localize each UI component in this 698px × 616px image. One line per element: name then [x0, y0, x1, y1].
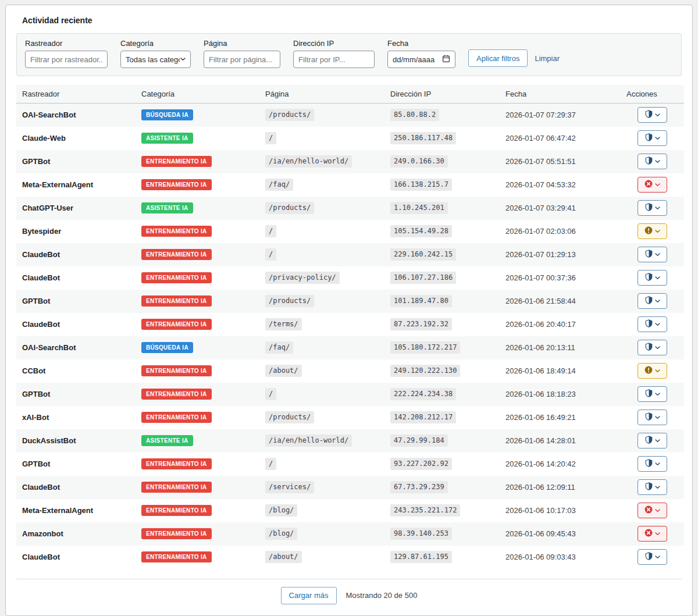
- category-badge: ENTRENAMIENTO IA: [141, 226, 212, 237]
- action-button[interactable]: [638, 340, 667, 355]
- shield-half-icon: [645, 156, 653, 166]
- table-row: ClaudeBot ENTRENAMIENTO IA /services/ 67…: [16, 476, 684, 499]
- crawler-name: ClaudeBot: [22, 250, 60, 259]
- ip-address: 47.29.99.184: [390, 435, 448, 447]
- crawler-name: ClaudeBot: [22, 320, 60, 329]
- table-row: OAI-SearchBot BÚSQUEDA IA /faq/ 105.180.…: [16, 336, 684, 359]
- shield-half-icon: [645, 273, 653, 283]
- table-row: Meta-ExternalAgent ENTRENAMIENTO IA /faq…: [16, 173, 684, 197]
- page-path: /products/: [265, 109, 314, 121]
- category-badge: ENTRENAMIENTO IA: [141, 551, 212, 562]
- panel-title: Actividad reciente: [22, 16, 682, 25]
- ip-address: 105.180.172.217: [390, 341, 460, 354]
- action-button[interactable]: [638, 386, 667, 402]
- shield-half-icon: [645, 296, 653, 306]
- chevron-down-icon: [655, 230, 660, 233]
- ip-address: 142.208.212.17: [390, 411, 456, 423]
- apply-filters-button[interactable]: Aplicar filtros: [468, 49, 528, 67]
- clear-filters-button[interactable]: Limpiar: [535, 54, 560, 63]
- column-header-category: Categoría: [136, 85, 259, 104]
- action-button[interactable]: [638, 107, 667, 123]
- date-filter-input[interactable]: dd/mm/aaaa: [387, 51, 455, 68]
- action-button[interactable]: [638, 316, 667, 332]
- category-badge: ASISTENTE IA: [141, 133, 193, 144]
- crawler-filter-label: Rastreador: [25, 39, 108, 48]
- page-path: /products/: [265, 295, 314, 307]
- chevron-down-icon: [180, 58, 186, 61]
- visit-date: 2026-01-06 18:49:14: [505, 366, 576, 375]
- table-row: ClaudeBot ENTRENAMIENTO IA /about/ 129.8…: [16, 546, 684, 569]
- action-button[interactable]: [638, 363, 667, 379]
- ip-address: 101.189.47.80: [390, 295, 452, 307]
- crawler-name: DuckAssistBot: [22, 436, 76, 445]
- table-row: Amazonbot ENTRENAMIENTO IA /blog/ 98.39.…: [16, 522, 684, 546]
- category-badge: ENTRENAMIENTO IA: [141, 458, 212, 469]
- action-button[interactable]: [638, 479, 667, 495]
- ip-address: 166.138.215.7: [390, 179, 452, 191]
- activity-rows: OAI-SearchBot BÚSQUEDA IA /products/ 85.…: [16, 104, 684, 569]
- action-button[interactable]: [638, 223, 667, 239]
- ip-filter-group: Dirección IP: [293, 39, 375, 68]
- ip-filter-input[interactable]: [293, 51, 375, 68]
- chevron-down-icon: [655, 393, 660, 396]
- table-row: GPTBot ENTRENAMIENTO IA / 222.224.234.38…: [16, 383, 684, 406]
- visit-date: 2026-01-07 07:29:37: [505, 111, 576, 119]
- page-path: /ia/en/hello-world/: [265, 435, 352, 447]
- date-filter-group: Fecha dd/mm/aaaa: [387, 39, 455, 68]
- action-button[interactable]: [638, 410, 667, 425]
- visit-date: 2026-01-07 03:29:41: [505, 204, 576, 212]
- showing-count-text: Mostrando 20 de 500: [346, 591, 418, 600]
- chevron-down-icon: [655, 137, 660, 140]
- category-select[interactable]: Todas las categorías: [120, 51, 191, 68]
- action-button[interactable]: [638, 293, 667, 309]
- crawler-filter-group: Rastreador: [25, 39, 108, 68]
- page-filter-label: Página: [204, 39, 280, 48]
- action-button[interactable]: [638, 130, 667, 146]
- category-badge: ENTRENAMIENTO IA: [141, 272, 212, 283]
- action-button[interactable]: [638, 503, 667, 518]
- table-row: ClaudeBot ENTRENAMIENTO IA /terms/ 87.22…: [16, 313, 684, 336]
- action-button[interactable]: [638, 200, 667, 216]
- page-filter-input[interactable]: [204, 51, 280, 68]
- load-more-button[interactable]: Cargar más: [281, 587, 337, 604]
- filter-bar: Rastreador Categoría Todas las categoría…: [16, 33, 682, 76]
- page-path: /: [265, 225, 276, 237]
- shield-half-icon: [645, 110, 653, 120]
- crawler-name: ClaudeBot: [22, 483, 60, 492]
- table-row: Claude-Web ASISTENTE IA / 250.186.117.48…: [16, 127, 684, 150]
- action-button[interactable]: [638, 549, 667, 565]
- action-button[interactable]: [638, 154, 667, 169]
- chevron-down-icon: [655, 532, 660, 536]
- crawler-name: GPTBot: [22, 157, 50, 166]
- ip-address: 106.107.27.186: [390, 272, 456, 284]
- crawler-filter-input[interactable]: [25, 51, 108, 68]
- action-button[interactable]: [638, 177, 667, 193]
- ip-address: 67.73.29.239: [390, 481, 448, 493]
- table-row: Bytespider ENTRENAMIENTO IA / 105.154.49…: [16, 220, 684, 243]
- visit-date: 2026-01-07 02:03:06: [505, 227, 576, 236]
- table-row: GPTBot ENTRENAMIENTO IA /ia/en/hello-wor…: [16, 150, 684, 173]
- ip-address: 98.39.140.253: [390, 528, 452, 540]
- action-button[interactable]: [638, 247, 667, 262]
- date-filter-value: dd/mm/aaaa: [393, 55, 435, 64]
- chevron-down-icon: [655, 369, 660, 373]
- action-button[interactable]: [638, 456, 667, 472]
- crawler-name: Bytespider: [22, 227, 61, 236]
- category-select-value: Todas las categorías: [126, 55, 180, 64]
- chevron-down-icon: [655, 160, 660, 163]
- action-button[interactable]: [638, 433, 667, 448]
- ip-address: 222.224.234.38: [390, 388, 456, 400]
- visit-date: 2026-01-07 06:47:42: [505, 134, 576, 143]
- crawler-name: GPTBot: [22, 460, 50, 468]
- category-filter-label: Categoría: [120, 39, 191, 48]
- column-header-actions: Acciones: [621, 85, 684, 104]
- ip-address: 249.0.166.30: [390, 155, 448, 168]
- table-row: ClaudeBot ENTRENAMIENTO IA / 229.160.242…: [16, 243, 684, 266]
- shield-half-icon: [645, 459, 653, 469]
- ip-address: 105.154.49.28: [390, 225, 452, 237]
- shield-half-icon: [645, 436, 653, 446]
- action-button[interactable]: [638, 526, 667, 542]
- category-badge: ENTRENAMIENTO IA: [141, 156, 212, 167]
- action-button[interactable]: [638, 270, 667, 286]
- table-header-row: Rastreador Categoría Página Dirección IP…: [16, 85, 684, 104]
